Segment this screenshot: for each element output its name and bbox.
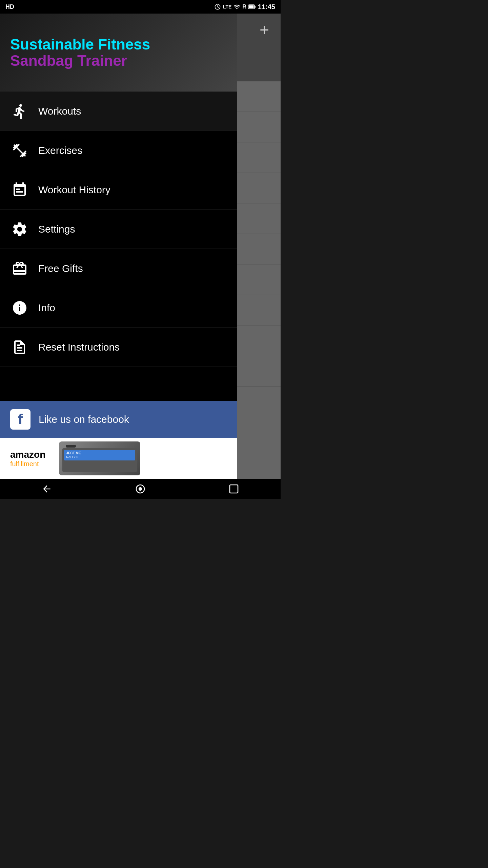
info-icon [10,298,29,317]
amazon-logo: amazon fulfillment [10,449,45,468]
right-row-10 [237,356,281,387]
workout-history-label: Workout History [38,184,110,196]
facebook-banner[interactable]: f Like us on facebook [0,401,237,438]
svg-rect-5 [230,485,238,493]
recents-icon [228,484,239,494]
settings-label: Settings [38,223,75,235]
right-row-6 [237,234,281,264]
status-right-group: LTE R 11:45 [214,3,275,11]
nav-list: Workouts Exercises Workout History [0,92,237,401]
svg-rect-2 [255,6,256,8]
reset-instructions-icon [10,338,29,356]
sidebar-item-exercises[interactable]: Exercises [0,131,237,170]
app-header: Sustainable Fitness Sandbag Trainer [0,14,237,92]
back-button[interactable] [37,479,57,499]
exercises-label: Exercises [38,145,82,156]
amazon-text: amazon [10,449,45,460]
right-row-3 [237,142,281,173]
workouts-label: Workouts [38,105,81,117]
right-panel-top: + [237,14,281,81]
right-row-8 [237,295,281,326]
signal-icon [233,3,240,10]
sidebar-item-info[interactable]: Info [0,288,237,328]
main-container: Sustainable Fitness Sandbag Trainer Work… [0,14,281,479]
home-icon [135,484,146,494]
reset-instructions-label: Reset Instructions [38,341,120,353]
bottom-nav [0,479,281,499]
r-label: R [242,4,246,10]
svg-point-4 [139,487,142,491]
status-bar: HD LTE R 11:45 [0,0,281,14]
right-row-2 [237,112,281,142]
sidebar-item-settings[interactable]: Settings [0,210,237,249]
sidebar-item-free-gifts[interactable]: Free Gifts [0,249,237,288]
app-title-line1: Sustainable Fitness [10,36,227,53]
lte-label: LTE [223,4,231,9]
amazon-sub: fulfillment [10,460,39,468]
facebook-label: Like us on facebook [39,414,129,425]
status-time: 11:45 [258,3,275,11]
right-row-1 [237,81,281,112]
alarm-icon [214,3,221,10]
right-row-7 [237,264,281,295]
add-button[interactable]: + [253,19,275,41]
svg-rect-1 [249,5,253,8]
home-button[interactable] [130,479,150,499]
right-panel-rows [237,81,281,479]
sidebar-item-reset-instructions[interactable]: Reset Instructions [0,328,237,367]
workout-history-icon [10,180,29,199]
sidebar-item-workouts[interactable]: Workouts [0,92,237,131]
plus-icon: + [260,22,269,38]
status-hd-label: HD [5,3,14,11]
info-label: Info [38,302,55,314]
amazon-bag-image: JECT ME NALLY F... [59,441,140,475]
free-gifts-label: Free Gifts [38,263,83,274]
exercises-icon [10,141,29,160]
workouts-icon [10,102,29,120]
back-icon [41,484,52,494]
settings-icon [10,220,29,238]
right-row-5 [237,203,281,234]
recents-button[interactable] [224,479,244,499]
free-gifts-icon [10,259,29,278]
right-row-4 [237,173,281,203]
sidebar: Sustainable Fitness Sandbag Trainer Work… [0,14,237,479]
right-panel: + [237,14,281,479]
facebook-icon: f [10,409,30,430]
battery-icon [248,4,256,9]
app-title-line2: Sandbag Trainer [10,53,227,69]
amazon-section[interactable]: amazon fulfillment JECT ME NALLY F... [0,438,237,479]
right-row-9 [237,326,281,356]
sidebar-item-workout-history[interactable]: Workout History [0,170,237,210]
